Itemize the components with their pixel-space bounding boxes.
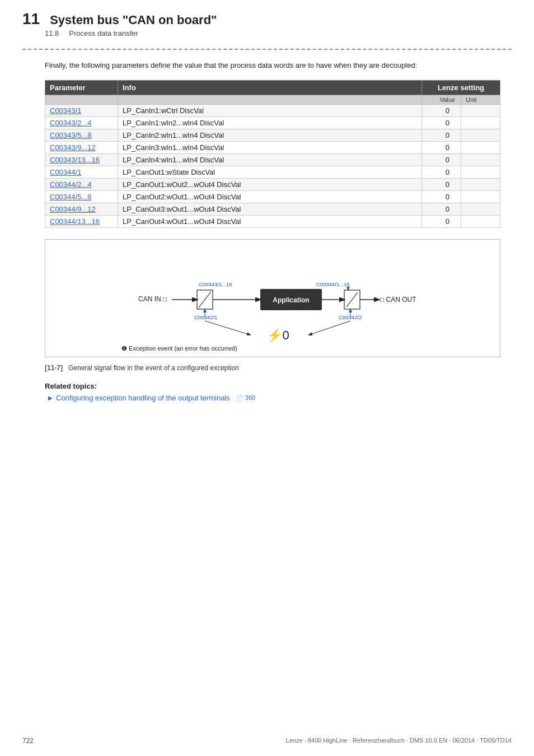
footer-info: Lenze · 8400 HighLine · Referenzhandbuch… [286, 737, 512, 745]
figure-ref: [11-7] [45, 364, 63, 372]
parameter-table: Parameter Info Lenze setting Value Unit … [45, 80, 500, 228]
svg-text:C00343/1...16: C00343/1...16 [199, 281, 232, 287]
related-link-icon: 📄 360 [236, 394, 255, 402]
intro-text: Finally, the following parameters define… [45, 60, 500, 71]
param-value: 0 [422, 104, 461, 116]
param-unit [461, 141, 500, 153]
table-row: C00343/9...12 LP_CanIn3:wIn1...wIn4 Disc… [45, 141, 500, 153]
footer-page: 722 [22, 737, 34, 745]
svg-text:⚡0: ⚡0 [267, 328, 289, 343]
svg-text:❶ Exception event (an error ha: ❶ Exception event (an error has occurred… [121, 345, 237, 352]
table-row: C00344/13...16 LP_CanOut4:wOut1...wOut4 … [45, 215, 500, 227]
sub-col-info [118, 95, 422, 104]
sub-number: 11.8 [45, 29, 59, 38]
param-value: 0 [422, 190, 461, 203]
chapter-number: 11 [22, 10, 40, 28]
svg-line-14 [346, 292, 358, 307]
param-link[interactable]: C00344/1 [45, 166, 118, 178]
param-info: LP_CanIn1:wIn2...wIn4 DiscVal [118, 116, 422, 129]
table-row: C00343/1 LP_CanIn1:wCtrl DiscVal 0 [45, 104, 500, 116]
param-info: LP_CanOut1:wOut2...wOut4 DiscVal [118, 178, 422, 190]
diagram-box: CAN IN □ C00343/1...16 Application [45, 239, 500, 357]
sub-header: 11.8 Process data transfer [22, 28, 512, 38]
related-topics-title: Related topics: [45, 382, 500, 390]
param-unit [461, 203, 500, 215]
figure-caption-text: General signal flow in the event of a co… [68, 364, 239, 372]
param-value: 0 [422, 141, 461, 153]
param-unit [461, 190, 500, 203]
param-value: 0 [422, 153, 461, 166]
svg-text:C00342/1: C00342/1 [194, 314, 217, 320]
page: 11 System bus "CAN on board" 11.8 Proces… [0, 0, 534, 756]
svg-text:□ CAN OUT: □ CAN OUT [380, 296, 416, 304]
col-info: Info [118, 80, 422, 95]
param-link[interactable]: C00343/9...12 [45, 141, 118, 153]
sub-col-value: Value [422, 95, 461, 104]
table-row: C00343/2...4 LP_CanIn1:wIn2...wIn4 DiscV… [45, 116, 500, 129]
table-row: C00344/1 LP_CanOut1:wState DiscVal 0 [45, 166, 500, 178]
chapter-header: 11 System bus "CAN on board" [22, 10, 512, 28]
param-link[interactable]: C00344/2...4 [45, 178, 118, 190]
param-info: LP_CanOut2:wOut1...wOut4 DiscVal [118, 190, 422, 203]
param-value: 0 [422, 178, 461, 190]
param-unit [461, 104, 500, 116]
sub-title: Process data transfer [69, 29, 138, 38]
table-row: C00343/13...16 LP_CanIn4:wIn1...wIn4 Dis… [45, 153, 500, 166]
col-parameter: Parameter [45, 80, 118, 95]
related-link-text: Configuring exception handling of the ou… [56, 394, 230, 402]
param-link[interactable]: C00344/13...16 [45, 215, 118, 227]
param-unit [461, 116, 500, 129]
param-info: LP_CanIn1:wCtrl DiscVal [118, 104, 422, 116]
svg-text:Application: Application [273, 296, 309, 304]
sub-col-unit: Unit [461, 95, 500, 104]
diagram-svg: CAN IN □ C00343/1...16 Application [51, 245, 494, 352]
param-link[interactable]: C00343/13...16 [45, 153, 118, 166]
param-link[interactable]: C00344/9...12 [45, 203, 118, 215]
table-row: C00343/5...8 LP_CanIn2:wIn1...wIn4 DiscV… [45, 129, 500, 141]
table-row: C00344/5...8 LP_CanOut2:wOut1...wOut4 Di… [45, 190, 500, 203]
param-unit [461, 166, 500, 178]
param-unit [461, 153, 500, 166]
param-link[interactable]: C00344/5...8 [45, 190, 118, 203]
param-value: 0 [422, 166, 461, 178]
param-value: 0 [422, 129, 461, 141]
param-unit [461, 178, 500, 190]
main-content: Finally, the following parameters define… [0, 60, 534, 402]
param-link[interactable]: C00343/5...8 [45, 129, 118, 141]
param-value: 0 [422, 203, 461, 215]
header: 11 System bus "CAN on board" 11.8 Proces… [0, 0, 534, 41]
svg-text:CAN IN □: CAN IN □ [138, 295, 167, 303]
param-info: LP_CanIn3:wIn1...wIn4 DiscVal [118, 141, 422, 153]
col-lenze: Lenze setting [422, 80, 500, 95]
page-footer: 722 Lenze · 8400 HighLine · Referenzhand… [0, 737, 534, 745]
related-topics: Related topics: Configuring exception ha… [45, 382, 500, 402]
table-row: C00344/2...4 LP_CanOut1:wOut2...wOut4 Di… [45, 178, 500, 190]
svg-line-23 [309, 321, 350, 335]
param-unit [461, 215, 500, 227]
chapter-title: System bus "CAN on board" [50, 13, 217, 27]
param-link[interactable]: C00343/2...4 [45, 116, 118, 129]
param-info: LP_CanOut4:wOut1...wOut4 DiscVal [118, 215, 422, 227]
param-value: 0 [422, 116, 461, 129]
related-link-exception-handling[interactable]: Configuring exception handling of the ou… [48, 394, 500, 402]
param-info: LP_CanIn4:wIn1...wIn4 DiscVal [118, 153, 422, 166]
divider [22, 49, 512, 50]
param-info: LP_CanOut1:wState DiscVal [118, 166, 422, 178]
param-info: LP_CanIn2:wIn1...wIn4 DiscVal [118, 129, 422, 141]
param-value: 0 [422, 215, 461, 227]
param-link[interactable]: C00343/1 [45, 104, 118, 116]
svg-line-3 [199, 292, 210, 307]
table-row: C00344/9...12 LP_CanOut3:wOut1...wOut4 D… [45, 203, 500, 215]
param-info: LP_CanOut3:wOut1...wOut4 DiscVal [118, 203, 422, 215]
svg-line-22 [205, 321, 250, 335]
figure-caption: [11-7] General signal flow in the event … [45, 364, 500, 372]
sub-col-param [45, 95, 118, 104]
svg-text:C00344/1...16: C00344/1...16 [316, 281, 350, 287]
param-unit [461, 129, 500, 141]
